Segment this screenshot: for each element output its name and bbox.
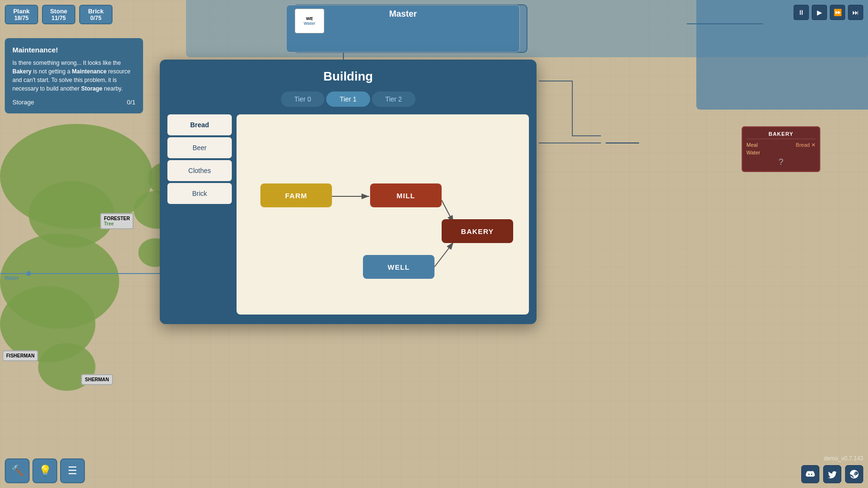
flow-node-farm: FARM (260, 183, 332, 207)
flow-node-mill: MILL (370, 183, 442, 207)
bakery-water-label: Water (746, 150, 760, 155)
version-text: demo_v0.7.143 (824, 455, 863, 462)
discord-button[interactable] (801, 465, 819, 483)
building-list: Bread Beer Clothes Brick (167, 114, 232, 315)
storage-label: Storage (12, 99, 34, 106)
hammer-icon: 🔨 (11, 465, 24, 477)
flow-node-well: WELL (363, 255, 434, 279)
sherman-building: SHERMAN (81, 374, 113, 385)
master-label: Master (389, 9, 417, 19)
storage-row: Storage 0/1 (12, 99, 135, 106)
social-bar (801, 465, 863, 483)
fast-forward-button[interactable]: ⏩ (830, 5, 845, 20)
twitter-icon (827, 469, 837, 479)
playback-controls: ⏸ ▶ ⏩ ⏭ (794, 5, 863, 20)
steam-button[interactable] (845, 465, 863, 483)
bakery-meal-row: Meal Bread ✕ (746, 142, 816, 148)
hammer-button[interactable]: 🔨 (5, 458, 30, 483)
bakery-bread-label: Bread ✕ (796, 142, 816, 148)
bulb-icon: 💡 (39, 465, 52, 477)
fisherman-building: FISHERMAN (2, 350, 38, 361)
well-map-building: WE Water (295, 9, 324, 33)
menu-icon: ☰ (68, 465, 77, 477)
bakery-water-row: Water (746, 150, 816, 155)
water-label: Water (5, 275, 19, 281)
building-dialog: Building Tier 0 Tier 1 Tier 2 Bread Beer… (160, 60, 537, 324)
tier-1-tab[interactable]: Tier 1 (326, 92, 370, 107)
bakery-card: BAKERY Meal Bread ✕ Water ? (742, 126, 820, 172)
maintenance-text: Is there something wrong... It looks lik… (12, 59, 135, 93)
brick-resource: Brick 0/75 (79, 5, 113, 24)
resource-bar: Plank 18/75 Stone 11/75 Brick 0/75 (5, 5, 113, 24)
tier-tabs: Tier 0 Tier 1 Tier 2 (160, 92, 537, 114)
flow-arrows (237, 114, 529, 315)
dialog-title: Building (160, 60, 537, 92)
building-item-brick[interactable]: Brick (167, 183, 232, 204)
plank-resource: Plank 18/75 (5, 5, 38, 24)
tier-0-tab[interactable]: Tier 0 (281, 92, 324, 107)
building-item-beer[interactable]: Beer (167, 137, 232, 158)
play-button[interactable]: ▶ (812, 5, 827, 20)
tier-2-tab[interactable]: Tier 2 (372, 92, 415, 107)
bakery-meal-label: Meal (746, 142, 758, 148)
bottom-toolbar: 🔨 💡 ☰ (5, 458, 85, 483)
maintenance-panel: Maintenance! Is there something wrong...… (5, 38, 143, 113)
maintenance-title: Maintenance! (12, 46, 135, 54)
bakery-card-title: BAKERY (746, 131, 816, 139)
svg-line-11 (434, 242, 454, 267)
flow-diagram: FARM MILL BAKERY WELL (237, 114, 529, 315)
storage-value: 0/1 (127, 99, 135, 106)
bulb-button[interactable]: 💡 (32, 458, 57, 483)
discord-icon (806, 469, 815, 479)
bakery-question: ? (746, 157, 816, 167)
dialog-body: Bread Beer Clothes Brick (160, 114, 537, 315)
pause-button[interactable]: ⏸ (794, 5, 809, 20)
flow-node-bakery: BAKERY (442, 219, 513, 243)
steam-icon (849, 469, 859, 479)
twitter-button[interactable] (823, 465, 841, 483)
building-item-bread[interactable]: Bread (167, 114, 232, 135)
skip-forward-button[interactable]: ⏭ (848, 5, 863, 20)
menu-button[interactable]: ☰ (60, 458, 85, 483)
building-item-clothes[interactable]: Clothes (167, 160, 232, 181)
stone-resource: Stone 11/75 (42, 5, 75, 24)
forester-building: FORESTER Tree (100, 213, 134, 229)
